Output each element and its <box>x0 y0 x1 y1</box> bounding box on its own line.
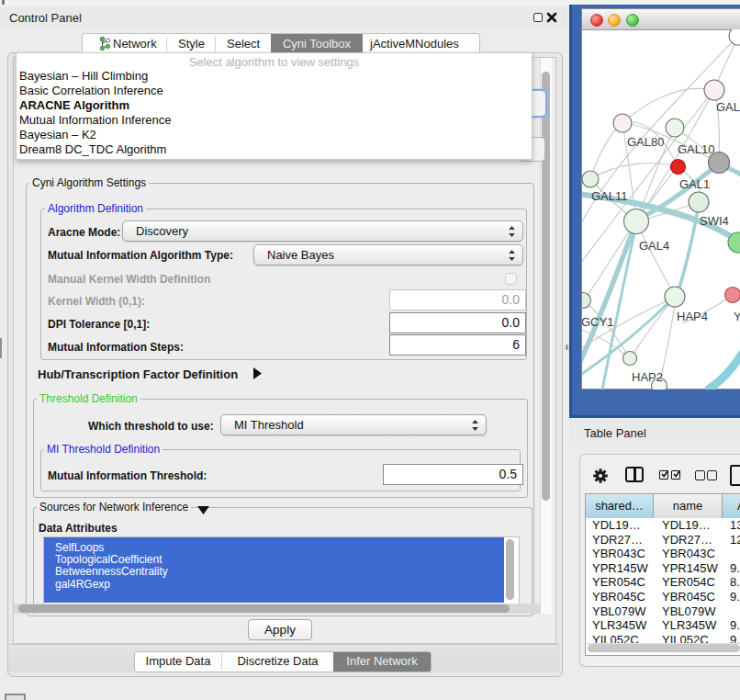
svg-text:GAL4: GAL4 <box>639 239 669 253</box>
svg-text:SWI4: SWI4 <box>700 214 729 228</box>
svg-text:HAP4: HAP4 <box>677 310 708 323</box>
svg-text:Y: Y <box>734 310 740 323</box>
svg-text:HAP2: HAP2 <box>632 370 663 384</box>
svg-text:GCY1: GCY1 <box>582 315 613 329</box>
svg-text:GAL11: GAL11 <box>591 189 628 203</box>
svg-text:GAL1: GAL1 <box>679 177 710 191</box>
svg-text:GAL80: GAL80 <box>627 135 664 149</box>
svg-text:GAL8: GAL8 <box>716 100 740 114</box>
svg-text:GAL10: GAL10 <box>678 142 714 156</box>
